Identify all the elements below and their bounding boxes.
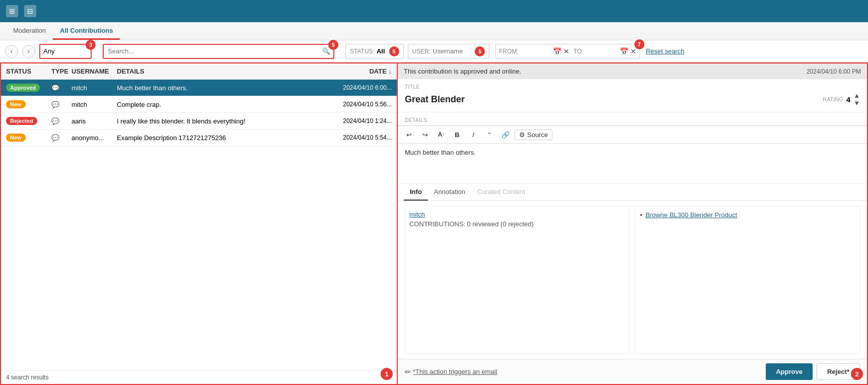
date-cell: 2024/04/10 5:56...	[316, 101, 392, 108]
col-header-type: TYPE	[51, 68, 71, 75]
rating-label: RATING	[823, 96, 843, 102]
info-panel: mitch CONTRIBUTIONS: 0 reviewed (0 rejec…	[398, 201, 867, 359]
type-filter-container: Any 3	[39, 44, 92, 59]
table-row[interactable]: New 💬 anonymo... Example Description 171…	[1, 130, 397, 146]
username-cell: mitch	[71, 101, 117, 108]
user-filter-input[interactable]	[432, 47, 473, 55]
tab-bar: Moderation All Contributions	[0, 22, 868, 40]
detail-panel: This contribution is approved and online…	[398, 62, 868, 385]
contributions-table: STATUS TYPE USERNAME DETAILS DATE ↓ Appr…	[0, 62, 398, 385]
user-link[interactable]: mitch	[409, 211, 625, 218]
format-button[interactable]: A↑	[434, 128, 448, 141]
status-pill-approved: Approved	[6, 84, 40, 92]
status-badge: 5	[389, 46, 399, 56]
col-header-username: USERNAME	[71, 68, 117, 75]
tab-moderation[interactable]: Moderation	[6, 23, 53, 40]
italic-button[interactable]: I	[466, 128, 480, 141]
to-date-input[interactable]	[588, 48, 618, 55]
main-content: STATUS TYPE USERNAME DETAILS DATE ↓ Appr…	[0, 62, 868, 385]
contributions-value: 0 reviewed (0 rejected)	[467, 220, 534, 228]
redo-button[interactable]: ↪	[418, 128, 432, 141]
undo-button[interactable]: ↩	[402, 128, 416, 141]
rating-container: RATING 4 ▲ ▼	[823, 92, 860, 107]
contribution-title: Great Blender	[405, 94, 465, 105]
username-cell: anonymo...	[71, 134, 117, 142]
bold-button[interactable]: B	[450, 128, 464, 141]
status-filter-container: STATUS: All 5	[345, 44, 404, 59]
email-note: ✏ *This action triggers an email	[405, 368, 497, 376]
editor-content[interactable]: Much better than others.	[398, 144, 867, 184]
status-pill-new: New	[6, 134, 26, 142]
nav-back-button[interactable]: ‹	[5, 45, 18, 58]
status-filter-label: STATUS:	[350, 48, 375, 55]
email-note-link[interactable]: *This action triggers an email	[413, 368, 497, 375]
details-cell: Complete crap.	[117, 101, 316, 108]
status-pill-new: New	[6, 100, 26, 108]
date-cell: 2024/04/10 5:54...	[316, 134, 392, 141]
status-cell: Approved	[6, 84, 51, 92]
filter-bar: ‹ › Any 3 🔍 5 STATUS: All 5 USER: 5 FROM…	[0, 40, 868, 62]
rating-spinner[interactable]: ▲ ▼	[853, 92, 860, 107]
status-cell: New	[6, 134, 51, 142]
inner-tabs: Info Annotation Curated Content	[398, 184, 867, 201]
pencil-icon: ✏	[405, 368, 411, 376]
approve-button[interactable]: Approve	[766, 363, 813, 380]
source-button[interactable]: ⚙ Source	[515, 130, 552, 140]
contributions-label: CONTRIBUTIONS:	[409, 220, 465, 228]
user-badge: 5	[475, 46, 485, 56]
status-pill-rejected: Rejected	[6, 117, 37, 125]
to-calendar-icon[interactable]: 📅	[620, 47, 628, 55]
type-filter-select[interactable]: Any	[40, 46, 91, 56]
layout-icon[interactable]: ⊟	[24, 5, 36, 17]
status-filter-value[interactable]: All	[377, 47, 385, 55]
username-cell: aaris	[71, 117, 117, 125]
from-calendar-icon[interactable]: 📅	[553, 47, 561, 55]
nav-forward-button[interactable]: ›	[22, 45, 35, 58]
tab-curated-content[interactable]: Curated Content	[471, 184, 531, 201]
from-clear-icon[interactable]: ✕	[563, 47, 569, 55]
contributions-row: CONTRIBUTIONS: 0 reviewed (0 rejected)	[409, 220, 625, 228]
type-cell: 💬	[51, 84, 71, 92]
table-row[interactable]: Approved 💬 mitch Much better than others…	[1, 80, 397, 96]
to-clear-icon[interactable]: ✕	[630, 47, 636, 55]
date-from-container: FROM: 📅 ✕ TO: 📅 ✕ 7	[495, 44, 639, 59]
source-label: Source	[527, 131, 548, 139]
from-date-input[interactable]	[521, 48, 551, 55]
grid-icon[interactable]: ⊞	[6, 5, 18, 17]
tab-all-contributions[interactable]: All Contributions	[53, 23, 120, 40]
product-link[interactable]: Browne BL300 Blender Product	[645, 211, 737, 219]
table-row[interactable]: New 💬 mitch Complete crap. 2024/04/10 5:…	[1, 96, 397, 113]
col-header-status: STATUS	[6, 68, 51, 75]
top-bar: ⊞ ⊟	[0, 0, 868, 22]
search-input[interactable]	[104, 46, 319, 56]
comment-icon: 💬	[51, 117, 59, 125]
action-bar: ✏ *This action triggers an email Approve…	[398, 359, 867, 384]
table-row[interactable]: Rejected 💬 aaris I really like this blen…	[1, 113, 397, 130]
table-badge: 1	[381, 368, 393, 380]
user-filter-label: USER:	[412, 48, 431, 55]
product-icon: ▪	[640, 211, 642, 219]
type-filter-badge: 3	[86, 40, 96, 50]
title-section-label: TITLE	[405, 84, 860, 90]
status-message: This contribution is approved and online…	[404, 68, 521, 75]
quote-button[interactable]: "	[482, 128, 496, 141]
details-section: DETAILS	[398, 112, 867, 125]
contribution-status-bar: This contribution is approved and online…	[398, 63, 867, 79]
link-button[interactable]: 🔗	[498, 128, 513, 141]
comment-icon: 💬	[51, 84, 59, 92]
editor-toolbar: ↩ ↪ A↑ B I " 🔗 ⚙ Source	[398, 125, 867, 144]
reset-search-button[interactable]: Reset search	[646, 47, 685, 55]
tab-annotation[interactable]: Annotation	[428, 184, 471, 201]
date-cell: 2024/04/10 1:24...	[316, 117, 392, 124]
tab-info[interactable]: Info	[404, 184, 428, 201]
rating-value: 4	[846, 95, 850, 104]
username-cell: mitch	[71, 84, 117, 92]
col-header-date[interactable]: DATE ↓	[316, 68, 392, 75]
detail-panel-badge: 2	[851, 368, 863, 380]
status-date: 2024/04/10 6:00 PM	[807, 68, 861, 75]
comment-icon: 💬	[51, 101, 59, 108]
comment-icon: 💬	[51, 134, 59, 142]
from-label: FROM:	[499, 48, 519, 55]
date-cell: 2024/04/10 6:00...	[316, 84, 392, 91]
type-cell: 💬	[51, 117, 71, 125]
